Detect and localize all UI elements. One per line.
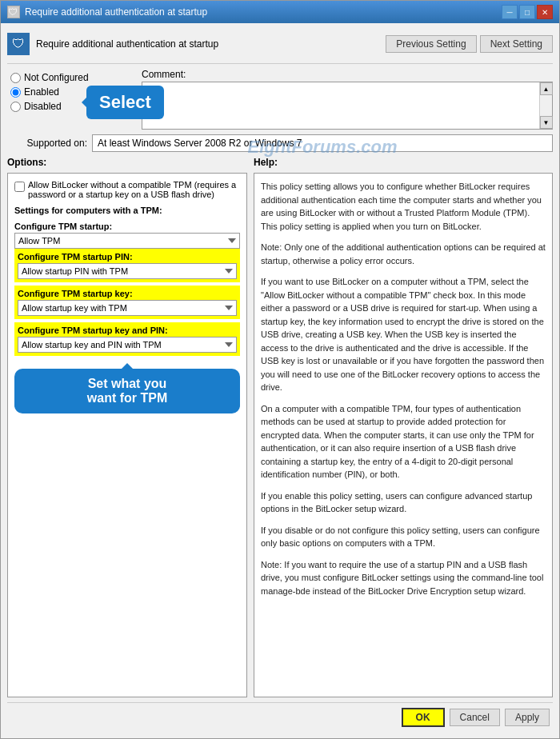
next-setting-button[interactable]: Next Setting: [480, 35, 553, 53]
apply-button[interactable]: Apply: [505, 709, 550, 726]
content-area: 🛡 Require additional authentication at s…: [1, 23, 559, 738]
radio-section: Not Configured Enabled Select Disabled: [7, 69, 135, 130]
help-p7: Note: If you want to require the use of …: [261, 558, 546, 598]
configure-tpm-dropdown[interactable]: Allow TPM Require TPM Do not allow TPM: [14, 233, 240, 249]
help-label: Help:: [254, 157, 553, 168]
window-icon: 🛡: [7, 6, 20, 18]
options-panel: Allow BitLocker without a compatible TPM…: [7, 173, 247, 697]
header-row: 🛡 Require additional authentication at s…: [7, 30, 553, 58]
scroll-up-arrow[interactable]: ▲: [540, 82, 553, 95]
pin-section: Configure TPM startup PIN: Allow startup…: [14, 249, 240, 282]
policy-title: Require additional authentication at sta…: [36, 38, 218, 50]
help-text: This policy setting allows you to config…: [261, 180, 546, 597]
pin-section-label: Configure TPM startup PIN:: [18, 252, 237, 262]
supported-row: Supported on: At least Windows Server 20…: [7, 134, 553, 152]
section-labels: Options: Help:: [7, 157, 553, 168]
comment-box[interactable]: ▲ ▼: [142, 82, 553, 130]
enabled-radio[interactable]: [10, 87, 21, 98]
help-p2: Note: Only one of the additional authent…: [261, 241, 546, 267]
middle-section: Not Configured Enabled Select Disabled: [7, 69, 553, 130]
enabled-row: Enabled Select: [10, 86, 132, 98]
key-section: Configure TPM startup key: Allow startup…: [14, 286, 240, 319]
help-p1: This policy setting allows you to config…: [261, 180, 546, 233]
configure-tpm-label: Configure TPM startup:: [14, 222, 240, 231]
help-p6: If you disable or do not configure this …: [261, 524, 546, 550]
title-bar-controls: ─ □ ✕: [502, 5, 553, 19]
allow-bitlocker-label: Allow BitLocker without a compatible TPM…: [28, 180, 240, 199]
help-p3: If you want to use BitLocker on a comput…: [261, 275, 546, 394]
help-p5: If you enable this policy setting, users…: [261, 489, 546, 516]
enabled-radio-label[interactable]: Enabled: [10, 86, 59, 98]
prev-setting-button[interactable]: Previous Setting: [386, 35, 476, 53]
main-panels: Allow BitLocker without a compatible TPM…: [7, 173, 553, 697]
main-window: 🛡 Require additional authentication at s…: [0, 0, 560, 739]
window-title: Require additional authentication at sta…: [25, 6, 207, 18]
scroll-down-arrow[interactable]: ▼: [540, 116, 553, 129]
ok-button[interactable]: OK: [402, 708, 445, 727]
header-left: 🛡 Require additional authentication at s…: [7, 33, 218, 55]
title-bar-left: 🛡 Require additional authentication at s…: [7, 6, 207, 18]
close-button[interactable]: ✕: [537, 5, 553, 19]
policy-icon: 🛡: [7, 33, 30, 55]
keypin-dropdown[interactable]: Allow startup key and PIN with TPM Requi…: [18, 337, 237, 353]
header-buttons: Previous Setting Next Setting: [386, 35, 553, 53]
cancel-button[interactable]: Cancel: [450, 709, 500, 726]
comment-label: Comment:: [142, 69, 553, 80]
supported-label: Supported on:: [7, 138, 87, 149]
keypin-section: Configure TPM startup key and PIN: Allow…: [14, 322, 240, 356]
settings-title: Settings for computers with a TPM:: [14, 206, 240, 215]
tpm-bubble-text: Set what you want for TPM: [87, 377, 167, 405]
options-label: Options:: [7, 157, 247, 168]
footer: OK Cancel Apply: [7, 702, 553, 732]
select-tooltip: Select: [86, 86, 164, 119]
keypin-section-label: Configure TPM startup key and PIN:: [18, 326, 237, 335]
comment-scrollbar[interactable]: ▲ ▼: [539, 82, 552, 129]
key-section-label: Configure TPM startup key:: [18, 289, 237, 298]
comment-section: Comment: ▲ ▼: [142, 69, 553, 130]
not-configured-radio[interactable]: [10, 73, 21, 83]
not-configured-radio-label[interactable]: Not Configured: [10, 72, 132, 83]
disabled-radio[interactable]: [10, 102, 21, 112]
minimize-button[interactable]: ─: [502, 5, 518, 19]
help-panel: This policy setting allows you to config…: [254, 173, 553, 697]
help-p4: On a computer with a compatible TPM, fou…: [261, 402, 546, 481]
allow-bitlocker-checkbox[interactable]: [14, 182, 25, 192]
pin-dropdown[interactable]: Allow startup PIN with TPM Require start…: [18, 263, 237, 279]
key-dropdown[interactable]: Allow startup key with TPM Require start…: [18, 300, 237, 316]
title-bar: 🛡 Require additional authentication at s…: [1, 1, 559, 23]
allow-bitlocker-row[interactable]: Allow BitLocker without a compatible TPM…: [14, 180, 240, 199]
maximize-button[interactable]: □: [519, 5, 535, 19]
supported-value: At least Windows Server 2008 R2 or Windo…: [98, 138, 302, 149]
tpm-bubble: Set what you want for TPM: [14, 369, 240, 413]
supported-value-box: At least Windows Server 2008 R2 or Windo…: [92, 134, 553, 152]
